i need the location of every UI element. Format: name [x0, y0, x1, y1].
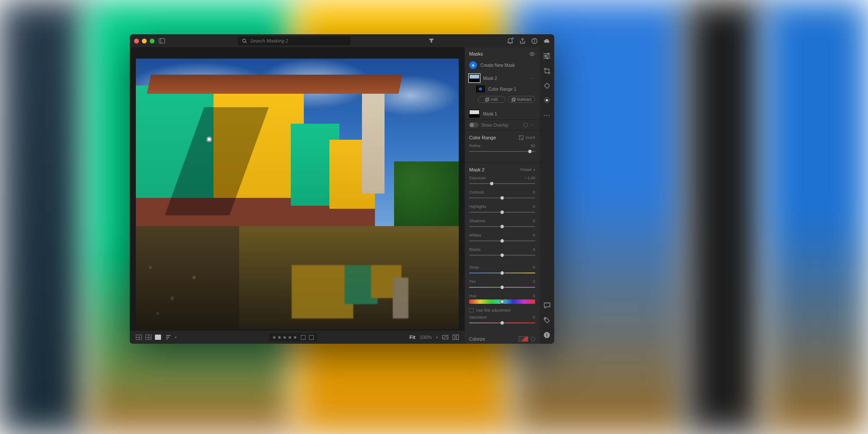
colorize-row[interactable]: Colorize: [465, 334, 539, 344]
cloud-sync-icon[interactable]: [544, 38, 550, 44]
hue-slider[interactable]: Hue0: [469, 294, 535, 304]
mask-item-mask2[interactable]: Mask 2 ⋯: [465, 72, 539, 84]
sort-icon[interactable]: [166, 334, 172, 340]
window-close-button[interactable]: [134, 39, 139, 43]
contrast-slider[interactable]: Contrast0: [469, 190, 535, 200]
sidebar-toggle-icon[interactable]: [159, 38, 165, 44]
svg-rect-11: [453, 335, 455, 340]
zoom-value[interactable]: 100%: [420, 335, 432, 340]
search-field[interactable]: [238, 36, 351, 45]
adjustments-section: Mask 2 Preset ▾ Exposure– 1.00 Contrast0…: [465, 163, 539, 334]
create-mask-label: Create New Mask: [480, 63, 515, 68]
view-single-icon[interactable]: [155, 335, 161, 340]
svg-rect-30: [546, 335, 547, 337]
mask-item-mask1[interactable]: Mask 1: [465, 108, 539, 119]
section-title: Color Range: [469, 135, 496, 140]
fine-adjustment-checkbox[interactable]: Use fine adjustment: [469, 308, 535, 312]
tint-slider[interactable]: Tint0: [469, 279, 535, 289]
keywords-icon[interactable]: [543, 317, 550, 324]
svg-point-13: [531, 53, 533, 55]
sort-chevron-icon[interactable]: ▾: [175, 335, 177, 339]
preset-dropdown[interactable]: Preset ▾: [520, 168, 535, 172]
compare-icon[interactable]: [453, 334, 459, 340]
mask-thumbnail: [469, 74, 480, 82]
view-grid-large-icon[interactable]: [145, 335, 151, 340]
tool-strip: ⋯: [539, 47, 554, 344]
view-grid-small-icon[interactable]: [136, 335, 142, 340]
titlebar: [130, 34, 554, 47]
flag-reject-icon[interactable]: [309, 335, 314, 340]
right-panel: Masks + Create New Mask Mask 2 ⋯ Color R…: [465, 47, 539, 344]
window-zoom-button[interactable]: [150, 39, 155, 43]
svg-point-6: [534, 39, 535, 40]
search-input[interactable]: [250, 38, 347, 43]
app-window: ▾ ★ ★ ★ ★ ★ Fit 100% ▾: [130, 34, 554, 344]
adjustment-title: Mask 2: [469, 167, 484, 172]
more-tools-icon[interactable]: ⋯: [543, 112, 550, 118]
window-minimize-button[interactable]: [142, 39, 147, 43]
crop-icon[interactable]: [543, 67, 550, 74]
colorize-target-icon[interactable]: [531, 337, 535, 341]
create-mask-button[interactable]: + Create New Mask: [465, 59, 539, 72]
bottom-toolbar: ▾ ★ ★ ★ ★ ★ Fit 100% ▾: [130, 331, 465, 344]
mask-add-button[interactable]: Add: [478, 96, 505, 103]
info-icon[interactable]: [532, 38, 538, 44]
mask-name-label: Mask 2: [483, 76, 527, 81]
masking-icon[interactable]: [543, 97, 550, 104]
photo-canvas[interactable]: [136, 59, 459, 329]
mask-menu-icon[interactable]: ⋯: [530, 76, 535, 81]
highlights-slider[interactable]: Highlights0: [469, 204, 535, 214]
show-overlay-label: Show Overlay: [481, 123, 521, 128]
info-panel-icon[interactable]: [543, 332, 550, 339]
svg-point-27: [546, 99, 548, 102]
eye-icon[interactable]: [529, 51, 535, 57]
mask-name-label: Mask 1: [483, 112, 535, 116]
svg-rect-12: [457, 335, 459, 340]
show-overlay-toggle[interactable]: [469, 122, 479, 128]
search-icon: [241, 38, 247, 44]
svg-line-3: [245, 42, 247, 43]
rating-bar[interactable]: ★ ★ ★ ★ ★: [269, 333, 317, 342]
mask-component-label: Color Range 1: [488, 87, 535, 92]
star-icon[interactable]: ★: [283, 335, 287, 340]
zoom-chevron-icon[interactable]: ▾: [436, 335, 438, 339]
notification-dot: [512, 37, 514, 39]
star-icon[interactable]: ★: [277, 335, 282, 340]
invert-button[interactable]: Invert: [519, 135, 535, 140]
svg-point-31: [546, 333, 547, 334]
plus-icon: +: [469, 61, 477, 69]
refine-slider[interactable]: Refine 92: [469, 144, 535, 154]
whites-slider[interactable]: Whites0: [469, 233, 535, 243]
canvas-area: ▾ ★ ★ ★ ★ ★ Fit 100% ▾: [130, 47, 465, 344]
mask-subtract-button[interactable]: Subtract: [508, 96, 535, 103]
svg-point-28: [545, 319, 546, 319]
histogram-icon[interactable]: [442, 334, 448, 340]
mask-component-color-range[interactable]: Color Range 1: [465, 84, 539, 94]
flag-pick-icon[interactable]: [301, 335, 306, 340]
fit-button[interactable]: Fit: [409, 335, 415, 340]
svg-rect-0: [159, 39, 165, 43]
chevron-down-icon: ▾: [533, 168, 535, 172]
overlay-menu-icon[interactable]: ⋯: [530, 123, 535, 128]
color-picker-sample-point[interactable]: [207, 137, 211, 141]
temp-slider[interactable]: Temp0: [469, 265, 535, 275]
overlay-color-icon[interactable]: [523, 123, 528, 127]
mask-thumbnail: [469, 110, 480, 118]
star-icon[interactable]: ★: [272, 335, 276, 340]
edit-sliders-icon[interactable]: [543, 53, 550, 59]
color-range-section: Color Range Invert Refine 92: [465, 131, 539, 163]
saturation-slider[interactable]: Saturation0: [469, 315, 535, 325]
blacks-slider[interactable]: Blacks0: [469, 247, 535, 257]
star-icon[interactable]: ★: [288, 335, 292, 340]
shadows-slider[interactable]: Shadows0: [469, 219, 535, 229]
notifications-icon[interactable]: [507, 38, 513, 44]
colorize-swatch[interactable]: [519, 336, 528, 342]
exposure-slider[interactable]: Exposure– 1.00: [469, 176, 535, 186]
healing-icon[interactable]: [543, 82, 550, 89]
share-icon[interactable]: [519, 38, 526, 44]
svg-rect-15: [487, 98, 489, 100]
filter-icon[interactable]: [428, 38, 434, 44]
comments-icon[interactable]: [543, 302, 550, 309]
svg-rect-16: [512, 99, 514, 101]
star-icon[interactable]: ★: [293, 335, 297, 340]
